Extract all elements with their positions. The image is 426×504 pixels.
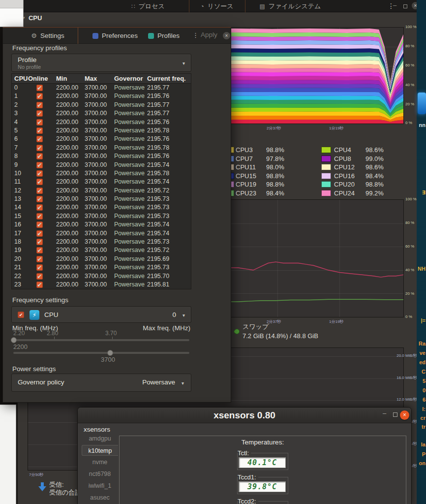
apply-button[interactable]: Apply	[201, 31, 217, 38]
current-freq-cell: 2195.77	[147, 110, 169, 117]
online-checkbox[interactable]: ✔	[36, 153, 43, 159]
table-row[interactable]: 14✔2200.003700.00Powersave2195.73	[12, 203, 191, 212]
close-button[interactable]: ×	[400, 410, 409, 420]
cpu-id-cell: 15	[14, 213, 21, 220]
sensor-tab-nct6798[interactable]: nct6798	[82, 469, 118, 479]
xsensors-titlebar[interactable]: xsensors 0.80 – ×	[78, 408, 411, 423]
table-row[interactable]: 13✔2200.003700.00Powersave2195.73	[12, 195, 191, 203]
background-light-window	[0, 0, 24, 27]
tab-profiles[interactable]: Profiles	[137, 28, 191, 44]
table-row[interactable]: 22✔2200.003700.00Powersave2195.70	[12, 272, 191, 281]
sensor-tab-asusec[interactable]: asusec	[82, 492, 118, 503]
online-checkbox[interactable]: ✔	[36, 119, 43, 126]
max-cell: 3700.00	[85, 135, 107, 142]
sensor-tab-amdgpu[interactable]: amdgpu	[82, 433, 118, 444]
legend-cpu-label: CPU12	[334, 163, 355, 171]
table-row[interactable]: 12✔2200.003700.00Powersave2195.72	[12, 187, 191, 195]
minimize-button[interactable]: –	[383, 410, 386, 417]
column-header[interactable]: CPU	[14, 75, 28, 82]
table-row[interactable]: 1✔2200.003700.00Powersave2195.76	[12, 92, 191, 100]
online-checkbox[interactable]: ✔	[36, 273, 43, 280]
cpu-enable-checkbox[interactable]: ✔	[18, 312, 24, 318]
table-row[interactable]: 5✔2200.003700.00Powersave2195.78	[12, 126, 191, 135]
sensor-tab-iwlwifi_1[interactable]: iwlwifi_1	[82, 480, 118, 491]
table-row[interactable]: 18✔2200.003700.00Powersave2195.73	[12, 238, 191, 246]
online-checkbox[interactable]: ✔	[36, 102, 43, 108]
maximize-button[interactable]	[393, 412, 397, 417]
tab-resources[interactable]: ◔ リソース	[190, 0, 244, 12]
column-header[interactable]: Min	[56, 75, 67, 82]
online-checkbox[interactable]: ✔	[36, 282, 43, 288]
cpu-id-cell: 2	[14, 101, 18, 108]
online-checkbox[interactable]: ✔	[36, 196, 43, 202]
profile-combobox[interactable]: Profile No profile ▾	[11, 54, 191, 72]
table-row[interactable]: 16✔2200.003700.00Powersave2195.74	[12, 220, 191, 229]
profile-combo-label: Profile	[18, 56, 36, 63]
max-cell: 3700.00	[85, 255, 107, 262]
online-checkbox[interactable]: ✔	[36, 204, 43, 211]
sensor-tab-k10temp[interactable]: k10temp	[82, 445, 118, 456]
current-freq-cell: 2195.76	[147, 119, 169, 126]
table-row[interactable]: 4✔2200.003700.00Powersave2195.76	[12, 118, 191, 126]
online-checkbox[interactable]: ✔	[36, 239, 43, 245]
max-freq-slider-track[interactable]	[13, 352, 189, 354]
online-checkbox[interactable]: ✔	[36, 230, 43, 237]
sensor-tab-nvme[interactable]: nvme	[82, 457, 118, 468]
min-freq-slider-track[interactable]	[13, 339, 189, 341]
table-row[interactable]: 23✔2200.003700.00Powersave2195.81	[12, 281, 191, 289]
chevron-down-icon[interactable]: ▾	[182, 380, 184, 386]
table-row[interactable]: 7✔2200.003700.00Powersave2195.78	[12, 144, 191, 152]
tab-processes[interactable]: ∷ プロセス	[109, 0, 187, 12]
kebab-menu-icon[interactable]: ⋮	[192, 32, 199, 39]
table-row[interactable]: 6✔2200.003700.00Powersave2195.76	[12, 135, 191, 143]
xsensors-menu-item[interactable]: xsensors	[84, 426, 110, 433]
online-checkbox[interactable]: ✔	[36, 85, 43, 91]
table-row[interactable]: 19✔2200.003700.00Powersave2195.72	[12, 246, 191, 254]
online-checkbox[interactable]: ✔	[36, 170, 43, 177]
legend-cpu-percent: 98.6%	[365, 146, 384, 154]
online-checkbox[interactable]: ✔	[36, 264, 43, 271]
table-row[interactable]: 20✔2200.003700.00Powersave2195.69	[12, 255, 191, 263]
sensor-panel: Temperatures: Tctl:40.1°CTccd1:39.8°CTcc…	[119, 436, 406, 504]
column-header[interactable]: Governor	[114, 75, 143, 82]
table-row[interactable]: 10✔2200.003700.00Powersave2195.78	[12, 169, 191, 178]
table-row[interactable]: 8✔2200.003700.00Powersave2195.76	[12, 152, 191, 160]
cpu-selector-value[interactable]: 0	[172, 311, 176, 318]
governor-policy-value[interactable]: Powersave	[142, 378, 175, 386]
online-checkbox[interactable]: ✔	[36, 188, 43, 194]
system-monitor-headerbar: ∷ プロセス ◔ リソース ▤ ファイルシステム ⋮ – ×	[18, 0, 417, 12]
tab-settings[interactable]: ⚙ Settings	[18, 28, 78, 44]
online-checkbox[interactable]: ✔	[36, 213, 43, 220]
online-checkbox[interactable]: ✔	[36, 221, 43, 228]
table-row[interactable]: 15✔2200.003700.00Powersave2195.73	[12, 212, 191, 220]
table-row[interactable]: 0✔2200.003700.00Powersave2195.77	[12, 84, 191, 92]
min-freq-slider-handle[interactable]	[11, 337, 17, 343]
online-checkbox[interactable]: ✔	[36, 179, 43, 185]
online-checkbox[interactable]: ✔	[36, 162, 43, 168]
online-checkbox[interactable]: ✔	[36, 127, 43, 134]
online-checkbox[interactable]: ✔	[36, 247, 43, 253]
window-close-button[interactable]: ×	[223, 32, 230, 39]
chevron-down-icon[interactable]: ▾	[183, 313, 185, 318]
online-checkbox[interactable]: ✔	[36, 145, 43, 151]
table-row[interactable]: 21✔2200.003700.00Powersave2195.73	[12, 263, 191, 272]
cpu-section-header[interactable]: ▼CPU	[22, 14, 42, 22]
max-freq-slider-handle[interactable]	[107, 350, 113, 356]
column-header[interactable]: Current freq.	[147, 75, 186, 82]
tab-filesystems[interactable]: ▤ ファイルシステム	[246, 0, 335, 12]
current-freq-cell: 2195.81	[147, 281, 169, 288]
cpu-table-header: CPUOnlineMinMaxGovernorCurrent freq.	[12, 74, 191, 84]
column-header[interactable]: Online	[28, 75, 48, 82]
table-row[interactable]: 9✔2200.003700.00Powersave2195.74	[12, 161, 191, 169]
table-row[interactable]: 3✔2200.003700.00Powersave2195.77	[12, 109, 191, 118]
online-checkbox[interactable]: ✔	[36, 136, 43, 142]
table-row[interactable]: 17✔2200.003700.00Powersave2195.74	[12, 229, 191, 238]
online-checkbox[interactable]: ✔	[36, 256, 43, 262]
current-freq-cell: 2195.70	[147, 273, 169, 280]
online-checkbox[interactable]: ✔	[36, 110, 43, 117]
table-row[interactable]: 2✔2200.003700.00Powersave2195.77	[12, 101, 191, 109]
table-row[interactable]: 11✔2200.003700.00Powersave2195.74	[12, 178, 191, 186]
online-checkbox[interactable]: ✔	[36, 93, 43, 99]
column-header[interactable]: Max	[85, 75, 97, 82]
governor-cell: Powersave	[114, 221, 145, 228]
